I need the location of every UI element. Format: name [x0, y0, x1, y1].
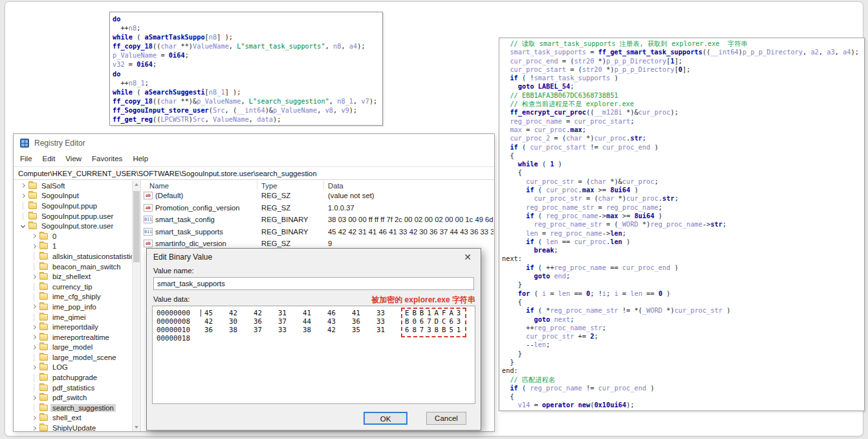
list-header: Name Type Data	[142, 180, 494, 189]
column-header-name[interactable]: Name	[149, 182, 169, 190]
tree-item-large_model_scene[interactable]: large_model_scene	[14, 352, 132, 363]
hex-byte: 37	[278, 317, 287, 326]
tree-item-imereportdaily[interactable]: imereportdaily	[14, 322, 132, 332]
tree-item-SogouInput.store.user[interactable]: SogouInput.store.user	[14, 221, 132, 231]
tree-item-allskin_statusiconstatistics[interactable]: allskin_statusiconstatistics	[14, 251, 132, 262]
tree-item-pdf_switch[interactable]: pdf_switch	[14, 392, 132, 403]
tree-item-search_suggestion[interactable]: search_suggestion	[14, 403, 132, 413]
code-line: do	[113, 14, 382, 23]
expand-chevron-icon[interactable]	[20, 192, 27, 199]
menu-help[interactable]: Help	[127, 152, 153, 165]
expand-chevron-icon[interactable]	[20, 182, 27, 189]
tree-item-label: ime_qimei	[50, 313, 87, 321]
menu-favorites[interactable]: Favorites	[87, 152, 127, 165]
tree-item-large_model[interactable]: large_model	[14, 343, 132, 353]
expand-chevron-icon[interactable]	[31, 303, 38, 310]
tree-item-patchupgrade[interactable]: patchupgrade	[14, 372, 132, 383]
expand-chevron-icon[interactable]	[31, 232, 38, 240]
tree-item-SogouInput.ppup[interactable]: SogouInput.ppup	[14, 201, 132, 211]
code-line: ++n8;	[113, 23, 382, 32]
window-title: Registry Editor	[34, 139, 85, 148]
hex-editor[interactable]: 000000004542423141464133EBB1AFA300000008…	[152, 306, 475, 404]
regedit-icon	[20, 139, 29, 148]
folder-icon	[39, 364, 48, 370]
menu-edit[interactable]: Edit	[38, 152, 61, 165]
hex-byte: 41	[303, 309, 311, 317]
expand-chevron-icon[interactable]	[31, 273, 38, 280]
registry-tree: SalSoftSogouInputSogouInput.ppupSogouInp…	[14, 181, 132, 431]
folder-icon	[39, 414, 48, 421]
expand-chevron-icon[interactable]	[31, 414, 38, 422]
expand-chevron-icon[interactable]	[31, 425, 38, 431]
address-bar-input[interactable]	[14, 166, 494, 180]
ok-button[interactable]: OK	[363, 412, 407, 425]
expand-chevron-icon[interactable]	[31, 243, 38, 250]
tree-line	[31, 404, 38, 411]
tree-item-LOG[interactable]: LOG	[14, 363, 132, 373]
expand-chevron-icon[interactable]	[31, 324, 38, 331]
value-name: (Default)	[155, 192, 183, 199]
hex-byte: 30	[229, 317, 237, 326]
code-line: v14 = operator new(0x10ui64);	[502, 401, 864, 409]
value-row-Promotion_config_version[interactable]: abPromotion_config_versionREG_SZ1.0.0.37	[142, 203, 494, 214]
code-line: reg_proc_name_str = reg_proc_name;	[502, 203, 864, 212]
value-name: Promotion_config_version	[155, 204, 240, 212]
column-separator[interactable]	[323, 181, 324, 190]
expand-chevron-icon[interactable]	[31, 394, 38, 401]
folder-icon	[39, 243, 48, 249]
folder-icon	[39, 374, 48, 381]
hex-byte: 38	[229, 326, 237, 334]
value-row-(Default)[interactable]: ab(Default)REG_SZ(value not set)	[142, 190, 494, 202]
tree-item-1[interactable]: 1	[14, 242, 132, 252]
code-line: next:	[502, 254, 864, 263]
expand-chevron-icon[interactable]	[31, 333, 38, 341]
tree-item-label: 1	[50, 242, 58, 250]
scroll-down-icon[interactable]	[135, 426, 138, 429]
value-data: 1.0.0.37	[328, 204, 494, 212]
code-line: if ( cur_proc.max >= 8ui64 )	[502, 186, 864, 194]
column-header-type[interactable]: Type	[261, 182, 277, 190]
value-type: REG_SZ	[261, 240, 290, 247]
tree-item-imereportrealtime[interactable]: imereportrealtime	[14, 332, 132, 343]
tree-item-pdf_statistics[interactable]: pdf_statistics	[14, 383, 132, 393]
menu-file[interactable]: File	[15, 152, 38, 165]
scrollbar-thumb[interactable]	[133, 191, 140, 262]
hex-offset: 00000000	[157, 309, 190, 317]
tree-scrollbar[interactable]	[132, 181, 140, 431]
tree-item-SogouInput.ppup.user[interactable]: SogouInput.ppup.user	[14, 211, 132, 221]
code-line: ff_copy_18((char **)&p_ValueName, L"sear…	[113, 96, 382, 106]
value-row-smart_task_config[interactable]: 011smart_task_configREG_BINARY38 03 00 0…	[142, 214, 494, 226]
column-header-data[interactable]: Data	[328, 182, 343, 190]
code-line: v32 = 0i64;	[113, 60, 382, 69]
column-separator[interactable]	[257, 181, 257, 190]
scroll-up-icon[interactable]	[135, 183, 138, 186]
close-icon[interactable]: ✕	[461, 251, 475, 264]
tree-item-0[interactable]: 0	[14, 231, 132, 242]
value-name-field[interactable]	[153, 277, 474, 290]
tree-item-biz_shellext[interactable]: biz_shellext	[14, 271, 132, 282]
expand-chevron-icon[interactable]	[31, 344, 38, 351]
tree-item-ShiplyUpdate[interactable]: ShiplyUpdate	[14, 423, 132, 431]
menu-view[interactable]: View	[60, 152, 87, 165]
code-line: cur_proc_end = (str20 *)p_p_p_Directory[…	[502, 57, 864, 65]
cancel-button[interactable]: Cancel	[426, 412, 466, 425]
expand-chevron-icon[interactable]	[31, 364, 38, 371]
tree-item-SalSoft[interactable]: SalSoft	[14, 181, 132, 191]
tree-item-ime_qimei[interactable]: ime_qimei	[14, 312, 132, 322]
string-value-icon: ab	[144, 204, 153, 212]
tree-item-ime_cfg_shiply[interactable]: ime_cfg_shiply	[14, 292, 132, 302]
string-value-icon: ab	[144, 192, 153, 199]
title-bar[interactable]: Registry Editor	[14, 134, 494, 152]
tree-item-SogouInput[interactable]: SogouInput	[14, 191, 132, 201]
pane-splitter[interactable]	[140, 180, 141, 431]
value-data-label: Value data:	[153, 295, 190, 303]
tree-item-ime_pop_info[interactable]: ime_pop_info	[14, 302, 132, 312]
hex-byte: 42	[229, 309, 237, 317]
value-row-smart_task_supports[interactable]: 011smart_task_supportsREG_BINARY45 42 42…	[142, 227, 494, 238]
code-line: if ( len == cur_proc.len )	[502, 238, 864, 246]
tree-item-label: pdf_statistics	[50, 384, 96, 392]
tree-item-beacon_main_switch[interactable]: beacon_main_switch	[14, 262, 132, 272]
expand-chevron-icon[interactable]	[20, 223, 27, 230]
tree-item-currency_tip[interactable]: currency_tip	[14, 282, 132, 292]
tree-item-shell_ext[interactable]: shell_ext	[14, 413, 132, 423]
